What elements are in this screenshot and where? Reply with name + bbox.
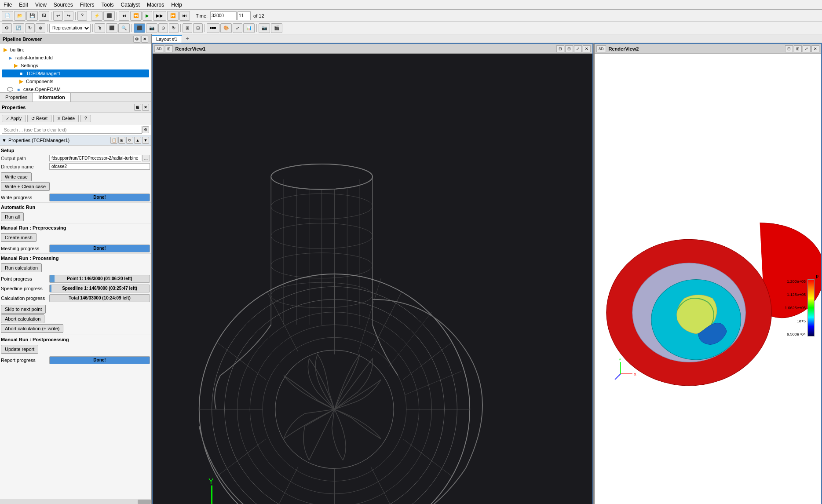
rv2-split-h[interactable]: ⊟	[785, 45, 793, 52]
help-prop-btn[interactable]: ?	[80, 115, 91, 122]
axes-btn[interactable]: ⊞	[183, 23, 192, 33]
tree-builtin[interactable]: ▶ builtin:	[2, 46, 149, 54]
props-close-icon[interactable]: ✕	[142, 104, 149, 111]
calculation-progress-text: Total 146/33000 (10:24:09 left)	[50, 296, 150, 300]
eye-icon1[interactable]	[7, 87, 13, 91]
search-input[interactable]	[2, 126, 142, 134]
search-settings-btn[interactable]: ⚙	[142, 126, 149, 133]
pipeline-settings-icon[interactable]: ⚙	[133, 36, 140, 43]
skip-next-btn[interactable]: Skip to next point	[1, 305, 46, 314]
tree-components[interactable]: ▶ Components	[2, 77, 149, 85]
frame-input[interactable]	[237, 11, 251, 20]
rv1-maximize[interactable]: ⤢	[574, 45, 582, 52]
menu-file[interactable]: File	[0, 1, 15, 9]
props-col2-icon[interactable]: ⊞	[118, 137, 125, 144]
color-btn[interactable]: ■■■	[207, 23, 219, 33]
rv1-split-h[interactable]: ⊟	[556, 45, 564, 52]
representation-select[interactable]: Representation	[49, 24, 91, 33]
props-col1-icon[interactable]: 📋	[110, 137, 117, 144]
reset-btn[interactable]: ↺ Reset	[27, 115, 51, 122]
orient-btn[interactable]: ⊟	[193, 23, 203, 33]
run-all-btn[interactable]: Run all	[1, 212, 24, 221]
tb2-btn4[interactable]: ⊕	[36, 23, 45, 33]
tb2-btn1[interactable]: ⚙	[2, 23, 12, 33]
props-float-icon[interactable]: ⊞	[134, 104, 141, 111]
props-expand-icon[interactable]: ▼	[142, 137, 149, 144]
save-btn[interactable]: 💾	[26, 11, 38, 21]
render-view1-canvas[interactable]: X Y Z	[153, 54, 592, 504]
play-btn[interactable]: ▶	[142, 11, 152, 21]
pipeline-close-icon[interactable]: ✕	[141, 36, 148, 43]
menu-catalyst[interactable]: Catalyst	[117, 1, 143, 9]
menu-view[interactable]: View	[32, 1, 50, 9]
redo-btn[interactable]: ↪	[64, 11, 73, 21]
reset-camera-btn[interactable]: ⊙	[158, 23, 168, 33]
rv2-close[interactable]: ✕	[811, 45, 819, 52]
rv1-close[interactable]: ✕	[583, 45, 591, 52]
fforward-btn[interactable]: ⏭	[179, 11, 190, 21]
tab-properties[interactable]: Properties	[0, 93, 33, 102]
disconnect-btn[interactable]: ⬛	[103, 11, 115, 21]
interact-btn[interactable]: 🖱	[95, 23, 105, 33]
props-collapse-icon[interactable]: ▲	[134, 137, 141, 144]
next-btn[interactable]: ⏩	[167, 11, 179, 21]
tab-information[interactable]: Information	[33, 93, 71, 102]
undo-btn[interactable]: ↩	[53, 11, 63, 21]
menu-tools[interactable]: Tools	[98, 1, 117, 9]
rewind-btn[interactable]: ⏮	[119, 11, 129, 21]
run-calculation-btn[interactable]: Run calculation	[1, 263, 42, 272]
write-clean-case-btn[interactable]: Write + Clean case	[1, 182, 50, 191]
tree-openfoam1[interactable]: ■ case.OpenFOAM	[2, 85, 149, 92]
play-all-btn[interactable]: ▶▶	[153, 11, 166, 21]
rv2-maximize[interactable]: ⤢	[803, 45, 811, 52]
new-btn[interactable]: 📄	[2, 11, 13, 21]
screenshot-btn[interactable]: 📷	[259, 23, 270, 33]
props-refresh-icon[interactable]: ↻	[126, 137, 133, 144]
write-case-btn[interactable]: Write case	[1, 172, 32, 181]
render-btn[interactable]: ⬛	[134, 23, 145, 33]
menu-edit[interactable]: Edit	[15, 1, 32, 9]
delete-btn[interactable]: ✕ Delete	[53, 115, 79, 122]
movie-btn[interactable]: 🎬	[271, 23, 282, 33]
output-path-input[interactable]	[49, 155, 141, 161]
zoom-btn[interactable]: 🔍	[118, 23, 130, 33]
menu-macros[interactable]: Macros	[143, 1, 168, 9]
abort-calc-btn[interactable]: Abort calculation	[1, 314, 44, 323]
prev-btn[interactable]: ⏪	[130, 11, 142, 21]
delete-label: Delete	[62, 116, 75, 121]
colormap-btn[interactable]: 🎨	[220, 23, 232, 33]
render-view2-canvas[interactable]: X Y 1.200e+05 1.125e+05 1.0625e+05 1e+5	[595, 54, 821, 504]
create-mesh-btn[interactable]: Create mesh	[1, 233, 37, 242]
rv2-3d-btn[interactable]: 3D	[596, 45, 606, 52]
tree-tcfd-file[interactable]: ▶ radial-turbine.tcfd	[2, 54, 149, 62]
rv1-split-v[interactable]: ⊞	[565, 45, 573, 52]
open-btn[interactable]: 📂	[14, 11, 26, 21]
rv1-3d-btn[interactable]: 3D	[154, 45, 164, 52]
tb2-btn3[interactable]: ↻	[25, 23, 35, 33]
rv1-axes-btn[interactable]: ⊞	[165, 45, 173, 52]
scrollbar-thumb[interactable]	[138, 500, 151, 504]
abort-write-btn[interactable]: Abort calculation (+ write)	[1, 324, 63, 333]
update-report-btn[interactable]: Update report	[1, 345, 38, 354]
legend-btn[interactable]: 📊	[243, 23, 255, 33]
tb2-btn2[interactable]: 🔄	[13, 23, 24, 33]
time-input[interactable]	[210, 11, 237, 20]
spin-btn[interactable]: ↻	[169, 23, 179, 33]
rescale-btn[interactable]: ⤢	[233, 23, 242, 33]
layout-tab-1[interactable]: Layout #1	[152, 35, 182, 43]
menu-help[interactable]: Help	[168, 1, 186, 9]
apply-btn[interactable]: ✓ Apply	[2, 115, 26, 122]
add-layout-btn[interactable]: +	[182, 34, 193, 43]
save-as-btn[interactable]: 🖫	[39, 11, 49, 21]
menu-filters[interactable]: Filters	[77, 1, 98, 9]
help-btn[interactable]: ?	[77, 11, 87, 21]
menu-sources[interactable]: Sources	[50, 1, 77, 9]
tree-tcfdmanager[interactable]: ■ TCFDManager1	[2, 69, 149, 77]
camera-btn[interactable]: 📷	[146, 23, 157, 33]
select-btn[interactable]: ⬛	[106, 23, 117, 33]
tree-settings[interactable]: ▶ Settings	[2, 62, 149, 69]
rv2-split-v[interactable]: ⊞	[794, 45, 802, 52]
connect-btn[interactable]: ⚡	[91, 11, 102, 21]
directory-name-input[interactable]	[49, 163, 150, 170]
output-path-browse-btn[interactable]: ...	[142, 155, 150, 161]
